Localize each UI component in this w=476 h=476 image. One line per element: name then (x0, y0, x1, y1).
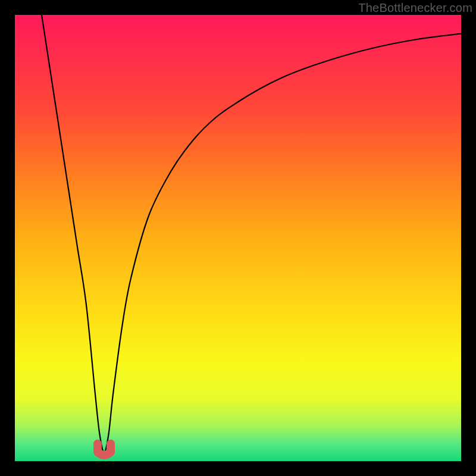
curve-layer (15, 15, 461, 461)
watermark: TheBottlenecker.com (358, 1, 472, 15)
trough-marker (98, 444, 111, 455)
chart-frame: TheBottlenecker.com (0, 0, 476, 476)
bottleneck-curve (42, 15, 461, 452)
plot-area (15, 15, 461, 461)
